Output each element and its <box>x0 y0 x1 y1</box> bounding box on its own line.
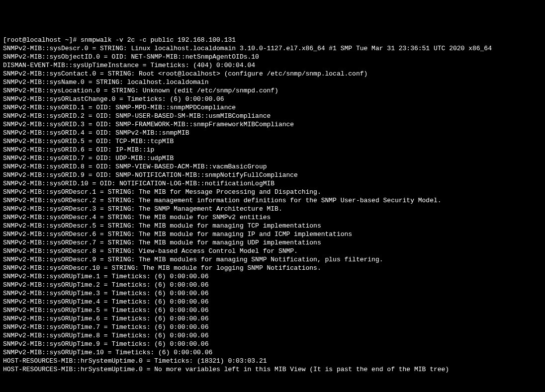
output-line: SNMPv2-MIB::sysORUpTime.8 = Timeticks: (… <box>3 331 542 340</box>
output-line: SNMPv2-MIB::sysORDescr.5 = STRING: The M… <box>3 222 542 230</box>
output-line: HOST-RESOURCES-MIB::hrSystemUptime.0 = N… <box>3 365 542 374</box>
output-line: SNMPv2-MIB::sysORUpTime.3 = Timeticks: (… <box>3 289 542 298</box>
output-line: SNMPv2-MIB::sysORID.1 = OID: SNMP-MPD-MI… <box>3 103 542 112</box>
output-line: SNMPv2-MIB::sysORUpTime.7 = Timeticks: (… <box>3 323 542 331</box>
output-line: SNMPv2-MIB::sysORDescr.2 = STRING: The m… <box>3 196 542 205</box>
output-line: SNMPv2-MIB::sysORUpTime.1 = Timeticks: (… <box>3 272 542 281</box>
output-line: SNMPv2-MIB::sysORUpTime.4 = Timeticks: (… <box>3 298 542 306</box>
output-line: SNMPv2-MIB::sysORID.9 = OID: SNMP-NOTIFI… <box>3 171 542 179</box>
output-line: SNMPv2-MIB::sysORID.2 = OID: SNMP-USER-B… <box>3 112 542 120</box>
output-line: SNMPv2-MIB::sysORDescr.6 = STRING: The M… <box>3 230 542 238</box>
output-line: SNMPv2-MIB::sysORID.10 = OID: NOTIFICATI… <box>3 179 542 188</box>
output-line: SNMPv2-MIB::sysORUpTime.5 = Timeticks: (… <box>3 306 542 314</box>
output-line: SNMPv2-MIB::sysORDescr.7 = STRING: The M… <box>3 238 542 247</box>
output-line: SNMPv2-MIB::sysORDescr.9 = STRING: The M… <box>3 255 542 264</box>
output-line: SNMPv2-MIB::sysORLastChange.0 = Timetick… <box>3 95 542 103</box>
output-line: SNMPv2-MIB::sysORUpTime.10 = Timeticks: … <box>3 348 542 357</box>
command-line: [root@localhost ~]# snmpwalk -v 2c -c pu… <box>3 36 542 44</box>
output-line: SNMPv2-MIB::sysORID.7 = OID: UDP-MIB::ud… <box>3 154 542 162</box>
output-line: SNMPv2-MIB::sysORID.6 = OID: IP-MIB::ip <box>3 146 542 154</box>
output-line: SNMPv2-MIB::sysName.0 = STRING: localhos… <box>3 78 542 86</box>
output-line: SNMPv2-MIB::sysDescr.0 = STRING: Linux l… <box>3 44 542 53</box>
output-line: DISMAN-EVENT-MIB::sysUpTimeInstance = Ti… <box>3 61 542 70</box>
output-line: SNMPv2-MIB::sysLocation.0 = STRING: Unkn… <box>3 86 542 95</box>
output-line: SNMPv2-MIB::sysORID.8 = OID: SNMP-VIEW-B… <box>3 162 542 171</box>
output-line: SNMPv2-MIB::sysORDescr.10 = STRING: The … <box>3 264 542 272</box>
output-line: SNMPv2-MIB::sysContact.0 = STRING: Root … <box>3 70 542 78</box>
shell-prompt: [root@localhost ~]# <box>3 36 81 44</box>
output-line: SNMPv2-MIB::sysORDescr.3 = STRING: The S… <box>3 205 542 213</box>
output-line: SNMPv2-MIB::sysORUpTime.2 = Timeticks: (… <box>3 281 542 289</box>
output-line: SNMPv2-MIB::sysORDescr.8 = STRING: View-… <box>3 247 542 255</box>
output-line: SNMPv2-MIB::sysORID.3 = OID: SNMP-FRAMEW… <box>3 120 542 129</box>
output-line: SNMPv2-MIB::sysORID.5 = OID: TCP-MIB::tc… <box>3 137 542 146</box>
output-line: SNMPv2-MIB::sysORID.4 = OID: SNMPv2-MIB:… <box>3 129 542 137</box>
terminal-window[interactable]: [root@localhost ~]# snmpwalk -v 2c -c pu… <box>3 36 542 374</box>
shell-command: snmpwalk -v 2c -c public 192.168.100.131 <box>81 36 236 44</box>
output-line: HOST-RESOURCES-MIB::hrSystemUptime.0 = T… <box>3 357 542 365</box>
output-line: SNMPv2-MIB::sysORDescr.4 = STRING: The M… <box>3 213 542 222</box>
output-line: SNMPv2-MIB::sysORDescr.1 = STRING: The M… <box>3 188 542 196</box>
output-line: SNMPv2-MIB::sysORUpTime.9 = Timeticks: (… <box>3 340 542 348</box>
output-line: SNMPv2-MIB::sysObjectID.0 = OID: NET-SNM… <box>3 53 542 61</box>
output-line: SNMPv2-MIB::sysORUpTime.6 = Timeticks: (… <box>3 314 542 323</box>
